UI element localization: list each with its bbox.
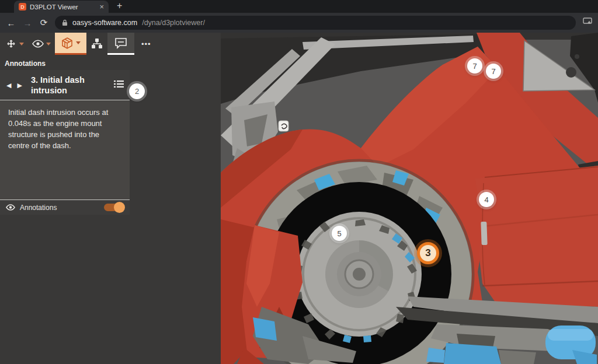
annotation-marker-7b[interactable]: 7 <box>486 64 501 79</box>
browser-toolbar: ← → ⟳ oasys-software.com/dyna/d3plotview… <box>0 13 598 33</box>
annotation-title: 3. Initial dash intrusion <box>26 75 112 96</box>
toggle-knob <box>114 202 125 213</box>
tab-title: D3PLOT Viewer <box>30 4 96 10</box>
annotation-panel: ◀ ▶ 3. Initial dash intrusion Initial da… <box>0 70 130 215</box>
hierarchy-icon <box>91 38 103 50</box>
chevron-down-icon[interactable] <box>76 41 81 44</box>
car-crash-render <box>221 33 598 364</box>
annotation-comment-icon <box>114 37 127 49</box>
annotations-toggle-label: Annotations <box>20 204 99 212</box>
annotation-list-button[interactable] <box>114 80 124 90</box>
eye-icon <box>6 204 15 211</box>
annotation-marker-7a[interactable]: 7 <box>467 58 482 74</box>
browser-tab[interactable]: D D3PLOT Viewer × <box>14 1 109 13</box>
model-cube-icon <box>61 37 74 50</box>
annotations-tool-button[interactable] <box>107 33 134 55</box>
favicon-icon: D <box>19 3 26 10</box>
app-content: ••• Annotations ◀ ▶ 3. Initial dash intr… <box>0 33 598 364</box>
annotation-panel-footer: Annotations <box>0 200 130 215</box>
annotation-marker-3-active[interactable]: 3 <box>417 242 439 264</box>
url-path: /dyna/d3plotviewer/ <box>142 19 205 27</box>
more-tools-button[interactable]: ••• <box>134 33 158 55</box>
annotations-toggle[interactable] <box>104 204 124 211</box>
next-annotation-button[interactable]: ▶ <box>15 80 23 90</box>
eye-icon <box>32 40 44 48</box>
chevron-down-icon[interactable] <box>46 43 51 46</box>
annotation-marker-5[interactable]: 5 <box>332 226 347 241</box>
model-parts-tool-button[interactable] <box>55 33 86 55</box>
annotations-section-title: Annotations <box>0 55 221 71</box>
previous-annotation-button[interactable]: ◀ <box>5 80 13 90</box>
tab-close-icon[interactable]: × <box>99 3 104 10</box>
annotation-marker-4[interactable]: 4 <box>479 192 494 207</box>
address-bar[interactable]: oasys-software.com/dyna/d3plotviewer/ <box>55 16 576 30</box>
new-tab-button[interactable]: + <box>117 1 122 13</box>
orbit-icon <box>5 38 17 50</box>
browser-tab-strip: D D3PLOT Viewer × + <box>0 0 598 13</box>
annotation-marker-2[interactable]: 2 <box>129 83 145 99</box>
visibility-tool-button[interactable] <box>28 33 55 55</box>
hierarchy-tool-button[interactable] <box>86 33 107 55</box>
annotation-panel-header: ◀ ▶ 3. Initial dash intrusion <box>0 70 130 100</box>
sidebar: ••• Annotations ◀ ▶ 3. Initial dash intr… <box>0 33 221 364</box>
reload-button[interactable]: ⟳ <box>39 18 49 28</box>
url-host: oasys-software.com <box>72 19 137 27</box>
model-viewport[interactable]: 7 7 4 5 3 <box>221 33 598 364</box>
chevron-down-icon[interactable] <box>19 43 24 46</box>
lock-icon <box>62 19 68 26</box>
annotation-body-text: Initial dash intrusion occurs at 0.048s … <box>0 100 130 200</box>
forward-button[interactable]: → <box>22 18 33 28</box>
orbit-tool-button[interactable] <box>1 33 28 55</box>
viewer-toolbar: ••• <box>0 33 221 55</box>
back-button[interactable]: ← <box>6 18 16 28</box>
install-app-icon[interactable] <box>583 18 592 28</box>
